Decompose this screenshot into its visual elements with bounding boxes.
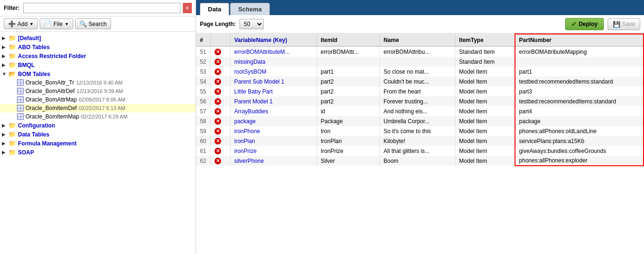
tab-data[interactable]: Data bbox=[200, 3, 229, 15]
tree-item-bom5[interactable]: Oracle_BomItemMap02/22/2017 6:29 AM bbox=[0, 112, 196, 121]
tab-schema[interactable]: Schema bbox=[230, 3, 270, 15]
tree-date-bom5: 02/22/2017 6:29 AM bbox=[81, 114, 127, 119]
add-button[interactable]: ➕ Add ▼ bbox=[4, 18, 38, 29]
cell-name: Boom bbox=[379, 156, 455, 166]
cell-delete[interactable]: ✕ bbox=[210, 116, 230, 126]
tree-item-abo[interactable]: ▶📁ABO Tables bbox=[0, 42, 196, 51]
cell-delete[interactable]: ✕ bbox=[210, 86, 230, 96]
cell-delete[interactable]: ✕ bbox=[210, 76, 230, 86]
tree-date-bom3: 02/09/2017 8:06 AM bbox=[79, 97, 125, 102]
search-button[interactable]: 🔍 Search bbox=[75, 18, 111, 29]
delete-icon[interactable]: ✕ bbox=[215, 78, 221, 85]
cell-delete[interactable]: ✕ bbox=[210, 106, 230, 116]
tree-item-formula[interactable]: ▶📁Formula Management bbox=[0, 139, 196, 148]
page-length-select[interactable]: 50 25 100 bbox=[240, 19, 264, 29]
folder-icon: 📁 bbox=[9, 122, 16, 129]
table-row: 60✕ironPlanIronPlanKilobyte!Model Itemse… bbox=[196, 136, 644, 146]
cell-variablename[interactable]: missingData bbox=[230, 57, 317, 67]
cell-name: errorBOMAttribu... bbox=[379, 46, 455, 57]
tree-item-bmql[interactable]: ▶📁BMQL bbox=[0, 60, 196, 69]
cell-name: All that glitters is... bbox=[379, 146, 455, 156]
delete-icon[interactable]: ✕ bbox=[215, 68, 221, 75]
tree-item-bom4[interactable]: Oracle_BomItemDef02/22/2017 6:13 AM bbox=[0, 104, 196, 112]
cell-num: 53 bbox=[196, 67, 210, 76]
cell-variablename[interactable]: Parent Sub Model 1 bbox=[230, 76, 317, 86]
table-row: 53✕rootSysBOMpart1So close no mat...Mode… bbox=[196, 67, 644, 76]
cell-variablename[interactable]: silverPhone bbox=[230, 156, 317, 166]
cell-delete[interactable]: ✕ bbox=[210, 46, 230, 57]
tree-item-bom2[interactable]: Oracle_BomAttrDef12/13/2016 9:39 AM bbox=[0, 87, 196, 95]
delete-icon[interactable]: ✕ bbox=[215, 138, 221, 144]
cell-itemid: IronPrize bbox=[317, 146, 379, 156]
tree-label-bmql: BMQL bbox=[18, 62, 34, 68]
folder-icon: 📁 bbox=[9, 131, 16, 138]
cell-partnumber: package bbox=[515, 116, 644, 126]
cell-itemid: part2 bbox=[317, 96, 379, 106]
cell-delete[interactable]: ✕ bbox=[210, 146, 230, 156]
cell-delete[interactable]: ✕ bbox=[210, 96, 230, 106]
cell-itemtype: Standard Item bbox=[455, 57, 515, 67]
cell-partnumber: testbed:receommendedItems:standard bbox=[515, 96, 644, 106]
delete-icon[interactable]: ✕ bbox=[215, 118, 221, 125]
delete-icon[interactable]: ✕ bbox=[215, 108, 221, 115]
save-disk-icon: 💾 bbox=[613, 21, 620, 28]
delete-icon[interactable]: ✕ bbox=[215, 148, 221, 154]
filter-clear-button[interactable]: ✕ bbox=[183, 3, 192, 13]
table-row: 59✕ironPhoneIronSo it's come to thisMode… bbox=[196, 126, 644, 136]
cell-variablename[interactable]: package bbox=[230, 116, 317, 126]
deploy-button[interactable]: ✔ Deploy bbox=[565, 18, 604, 30]
cell-itemtype: Model Item bbox=[455, 67, 515, 76]
tree-item-bom3[interactable]: Oracle_BomAttrMap02/09/2017 8:06 AM bbox=[0, 95, 196, 104]
file-button[interactable]: 📄 File ▼ bbox=[40, 18, 73, 29]
tree-toggle-access: ▶ bbox=[2, 53, 9, 59]
cell-variablename[interactable]: Little Baby Part bbox=[230, 86, 317, 96]
table-row: 61✕ironPrizeIronPrizeAll that glitters i… bbox=[196, 146, 644, 156]
tree-date-bom1: 12/13/2016 9:40 AM bbox=[76, 80, 122, 85]
delete-icon[interactable]: ✕ bbox=[215, 88, 221, 95]
add-label: Add bbox=[17, 21, 27, 27]
tree-toggle-data: ▶ bbox=[2, 132, 9, 137]
filter-input[interactable] bbox=[23, 3, 181, 13]
tab-toolbar: Page Length: 50 25 100 ✔ Deploy 💾 Save bbox=[196, 15, 644, 34]
cell-variablename[interactable]: ironPrize bbox=[230, 146, 317, 156]
cell-delete[interactable]: ✕ bbox=[210, 136, 230, 146]
data-table-wrapper: # VariableName (Key) ItemId Name ItemTyp… bbox=[196, 34, 644, 254]
cell-variablename[interactable]: ironPhone bbox=[230, 126, 317, 136]
tree-item-bom1[interactable]: Oracle_BomAttr_Tr12/13/2016 9:40 AM bbox=[0, 78, 196, 87]
cell-variablename[interactable]: ArrayBuddies bbox=[230, 106, 317, 116]
folder-icon: 📁 bbox=[9, 149, 16, 156]
cell-delete[interactable]: ✕ bbox=[210, 126, 230, 136]
cell-variablename[interactable]: errorBOMAttributeM... bbox=[230, 46, 317, 57]
table-row: 54✕Parent Sub Model 1part2Couldn't be mu… bbox=[196, 76, 644, 86]
cell-partnumber: part1 bbox=[515, 67, 644, 76]
tree-item-config[interactable]: ▶📁Configuration bbox=[0, 121, 196, 130]
save-button[interactable]: 💾 Save bbox=[608, 18, 640, 30]
delete-icon[interactable]: ✕ bbox=[215, 49, 221, 55]
search-icon: 🔍 bbox=[79, 20, 87, 27]
delete-icon[interactable]: ✕ bbox=[215, 98, 221, 105]
delete-icon[interactable]: ✕ bbox=[215, 59, 221, 65]
folder-icon: 📁 bbox=[9, 61, 16, 68]
cell-itemtype: Model Item bbox=[455, 106, 515, 116]
cell-delete[interactable]: ✕ bbox=[210, 57, 230, 67]
delete-icon[interactable]: ✕ bbox=[215, 158, 221, 164]
tree-item-soap[interactable]: ▶📁SOAP bbox=[0, 148, 196, 157]
tree-item-bom[interactable]: ▼📂BOM Tables bbox=[0, 69, 196, 78]
page-length-label: Page Length: bbox=[200, 21, 236, 27]
cell-partnumber: phones:allPhones:oldLandLine bbox=[515, 126, 644, 136]
tree-toggle-default: ▶ bbox=[2, 35, 9, 41]
cell-itemid: errorBOMAttr... bbox=[317, 46, 379, 57]
cell-delete[interactable]: ✕ bbox=[210, 156, 230, 166]
cell-variablename[interactable]: rootSysBOM bbox=[230, 67, 317, 76]
tree-item-data[interactable]: ▶📁Data Tables bbox=[0, 130, 196, 139]
cell-variablename[interactable]: ironPlan bbox=[230, 136, 317, 146]
tree-item-default[interactable]: ▶📁[Default] bbox=[0, 34, 196, 42]
tree-item-access[interactable]: ▶📁Access Restricted Folder bbox=[0, 51, 196, 60]
cell-delete[interactable]: ✕ bbox=[210, 67, 230, 76]
cell-variablename[interactable]: Parent Model 1 bbox=[230, 96, 317, 106]
delete-icon[interactable]: ✕ bbox=[215, 128, 221, 135]
tree-label-access: Access Restricted Folder bbox=[18, 53, 86, 59]
cell-itemid: IronPlan bbox=[317, 136, 379, 146]
col-header-partnumber: PartNumber bbox=[515, 34, 644, 46]
cell-itemtype: Model Item bbox=[455, 156, 515, 166]
